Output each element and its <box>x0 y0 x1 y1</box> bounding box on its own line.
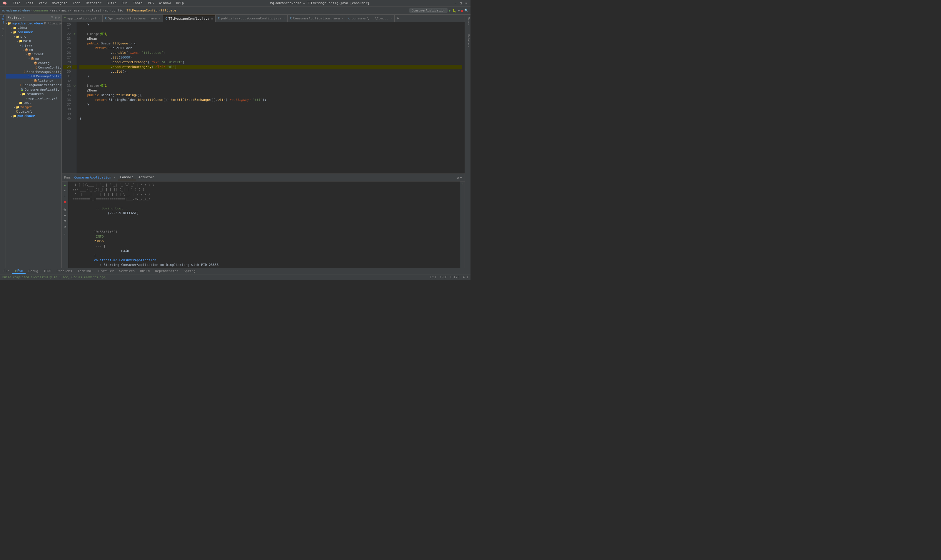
services-tab[interactable]: Services <box>117 269 137 274</box>
bc-cn[interactable]: cn <box>83 9 86 12</box>
tree-item-java[interactable]: ▾ ☕ java <box>6 43 62 48</box>
menu-bar[interactable]: File Edit View Navigate Code Refactor Bu… <box>10 1 186 6</box>
gear-icon[interactable]: ⚙ <box>58 15 60 19</box>
console-output[interactable]: ( ( ()\___ | '_ | '-_| '_ \/ _` | \ \ \ … <box>68 182 460 268</box>
structure-tool-button[interactable]: ⬡ <box>1 27 5 32</box>
menu-window[interactable]: Window <box>157 1 173 6</box>
version-control-tab[interactable]: Run <box>1 269 12 274</box>
tree-item-root[interactable]: ▾ 📁 mq-advanced-demo D:\DingJiaxiong\Ide… <box>6 21 62 26</box>
tree-item-listener[interactable]: ▾ 📦 listener <box>6 78 62 83</box>
bc-consumer[interactable]: consumer <box>33 9 49 12</box>
window-controls[interactable]: ─ □ ✕ <box>454 1 468 5</box>
tree-item-idea[interactable]: ▸ 📁 .idea <box>6 26 62 30</box>
wrap-button[interactable]: ↩ <box>63 213 67 218</box>
sync-icon[interactable]: ⟳ <box>51 15 54 19</box>
bc-ttlqueue[interactable]: ttlQueue <box>161 9 176 12</box>
bc-itcast[interactable]: itcast <box>90 9 101 12</box>
tab-close-active[interactable]: ✕ <box>211 17 213 20</box>
run-config-selector[interactable]: ConsumerApplication <box>409 8 447 13</box>
bc-ttlmsg[interactable]: TTLMessageConfig <box>126 9 158 12</box>
favorites-tool-button[interactable]: ★ <box>1 32 5 37</box>
todo-tab[interactable]: TODO <box>41 269 54 274</box>
tab-close[interactable]: ✕ <box>158 17 160 20</box>
tab-ttlmessageconfig[interactable]: C TTLMessageConfig.java ✕ <box>163 15 215 22</box>
project-tool-button[interactable]: Project <box>1 16 5 21</box>
menu-help[interactable]: Help <box>174 1 186 6</box>
dependencies-tab[interactable]: Dependencies <box>152 269 181 274</box>
code-content[interactable]: } 1 usage 🌿 🐛 @Bean public Queue ttlQ <box>77 22 464 174</box>
maximize-button[interactable]: □ <box>459 1 463 5</box>
tree-item-consumer[interactable]: ▾ 📁 consumer <box>6 30 62 34</box>
menu-view[interactable]: View <box>37 1 49 6</box>
tree-item-errormessageconfig[interactable]: C ErrorMessageConfig <box>6 70 62 74</box>
tree-item-pomxml[interactable]: X pom.xml <box>6 109 62 114</box>
bc-config[interactable]: config <box>111 9 123 12</box>
menu-tools[interactable]: Tools <box>131 1 145 6</box>
run-minimize-icon[interactable]: ─ <box>460 175 462 180</box>
run-button[interactable]: ▶ <box>449 9 451 13</box>
build-tab[interactable]: Build <box>138 269 152 274</box>
debug-bottom-tab[interactable]: Debug <box>26 269 41 274</box>
spring-tab[interactable]: Spring <box>181 269 198 274</box>
run-close-icon[interactable]: ✕ <box>114 176 115 179</box>
scroll-down-button[interactable]: ↓ <box>63 194 67 198</box>
line-ending[interactable]: CRLF <box>440 275 447 279</box>
database-tool-button[interactable]: Database <box>466 33 470 48</box>
search-button[interactable]: 🔍 <box>464 9 469 13</box>
run-tab-actuator[interactable]: Actuator <box>136 175 157 180</box>
bc-java[interactable]: java <box>72 9 80 12</box>
tree-item-main[interactable]: ▾ 📁 main <box>6 39 62 43</box>
tab-applicationyml[interactable]: Y application.yml ✕ <box>62 15 103 22</box>
menu-file[interactable]: File <box>10 1 23 6</box>
tab-close3[interactable]: ✕ <box>342 17 343 20</box>
print-button[interactable]: 🖨 <box>63 218 67 223</box>
stop-run-button[interactable]: ■ <box>63 199 67 204</box>
expand-run-button[interactable]: ⬆ <box>63 232 67 237</box>
tab-consumer-com[interactable]: C consumer\...\Com... ✕ <box>346 15 395 22</box>
scroll-up-button[interactable]: ↑ <box>63 188 67 193</box>
settings-run-button[interactable]: ⚙ <box>63 224 67 229</box>
tree-item-cn[interactable]: ▾ 📦 cn <box>6 48 62 52</box>
tree-item-publisher[interactable]: ▸ 📁 publisher <box>6 114 62 118</box>
collapse-icon[interactable]: ⊟ <box>55 15 57 19</box>
minimize-button[interactable]: ─ <box>454 1 458 5</box>
indent-size[interactable]: 4 s <box>463 275 468 279</box>
run-tab-console[interactable]: Console <box>118 175 136 180</box>
menu-refactor[interactable]: Refactor <box>83 1 104 6</box>
tab-close2[interactable]: ✕ <box>283 17 285 20</box>
run-app-name[interactable]: ConsumerApplication <box>74 175 111 179</box>
tree-item-resources[interactable]: ▾ 📁 resources <box>6 92 62 96</box>
tree-item-ttlmessageconfig[interactable]: C TTLMessageConfig <box>6 74 62 78</box>
problems-tab[interactable]: Problems <box>54 269 74 274</box>
bc-src[interactable]: src <box>52 9 58 12</box>
tab-consumerapplication[interactable]: C ConsumerApplication.java ✕ <box>288 15 346 22</box>
bc-mq[interactable]: mq <box>105 9 109 12</box>
coverage-button[interactable]: ☂ <box>458 9 460 13</box>
tree-item-commonconfig[interactable]: C CommonConfig <box>6 65 62 70</box>
rerun-button[interactable]: ▶ <box>63 183 67 187</box>
file-encoding[interactable]: UTF-8 <box>451 275 459 279</box>
profiler-tab[interactable]: Profiler <box>96 269 116 274</box>
menu-code[interactable]: Code <box>70 1 83 6</box>
run-settings-icon[interactable]: ⚙ <box>457 175 459 180</box>
run-bottom-tab[interactable]: Run <box>12 268 26 274</box>
menu-run[interactable]: Run <box>119 1 130 6</box>
clear-console-button[interactable]: 🗑 <box>63 207 67 212</box>
menu-vcs[interactable]: VCS <box>146 1 156 6</box>
tree-item-src[interactable]: ▾ 📁 src <box>6 34 62 39</box>
tree-item-mq[interactable]: ▾ 📦 mq <box>6 57 62 61</box>
maven-tool-button[interactable]: Maven <box>466 16 470 26</box>
stop-button[interactable]: ■ <box>461 9 463 13</box>
tree-item-config[interactable]: ▾ 📦 config <box>6 61 62 65</box>
tab-close[interactable]: ✕ <box>98 17 100 20</box>
cursor-position[interactable]: 17:1 <box>429 275 437 279</box>
project-dropdown[interactable]: ▾ <box>23 16 25 19</box>
debug-button[interactable]: 🐛 <box>452 9 457 13</box>
tree-item-consumerapplication[interactable]: 🍃 ConsumerApplication <box>6 87 62 92</box>
menu-navigate[interactable]: Navigate <box>50 1 70 6</box>
tab-springrabbitlistener[interactable]: C SpringRabbitListener.java ✕ <box>103 15 163 22</box>
terminal-tab[interactable]: Terminal <box>75 269 95 274</box>
bc-main[interactable]: main <box>61 9 69 12</box>
tree-item-springrabbitlistener[interactable]: C SpringRabbitListener <box>6 83 62 87</box>
menu-build[interactable]: Build <box>105 1 119 6</box>
